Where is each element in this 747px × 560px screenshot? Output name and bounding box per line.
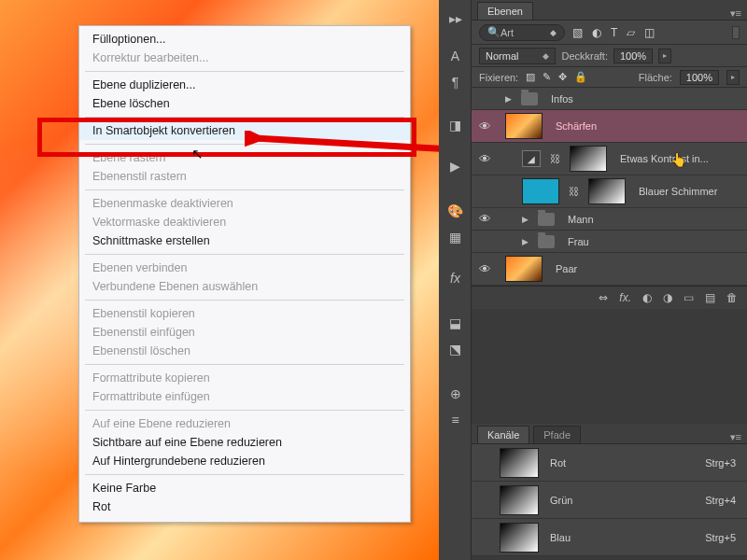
info-panel-icon[interactable]: ⊕ [439,381,472,407]
lock-all-icon[interactable]: 🔒 [574,71,587,83]
menu-separator [85,71,404,72]
layer-name[interactable]: Etwas Kontrast in... [620,153,709,164]
menu-item[interactable]: Sichtbare auf eine Ebene reduzieren [79,433,410,452]
filter-type-icon[interactable]: T [611,26,617,39]
channel-row[interactable]: BlauStrg+5 [472,519,747,556]
folder-icon [538,235,555,248]
panel-menu-icon[interactable]: ▾≡ [730,7,741,20]
layer-name[interactable]: Mann [568,214,594,225]
opacity-flyout-icon[interactable]: ▸ [658,49,671,63]
link-layers-icon[interactable]: ⇔ [599,291,608,304]
layer-thumbnail[interactable] [522,178,559,204]
swatches-panel-icon[interactable]: ▦ [439,224,472,250]
channel-thumbnail [500,485,539,515]
menu-item[interactable]: Fülloptionen... [79,30,410,49]
menu-item[interactable]: In Smartobjekt konvertieren [79,121,410,140]
properties-panel-icon[interactable]: ⬔ [439,336,472,362]
layers-list: ▶Infos👁Schärfen👁◢⛓Etwas Kontrast in...⛓B… [472,88,747,286]
right-panel-area: ▸▸ A ¶ ◨ ▶ 🎨 ▦ fx ⬓ ⬔ ⊕ ≡ Ebenen ▾≡ 🔍 Ar… [439,0,747,560]
layer-row[interactable]: 👁Paar [472,253,747,286]
menu-item[interactable]: Auf Hintergrundebene reduzieren [79,452,410,470]
tab-paths[interactable]: Pfade [533,426,581,443]
layer-thumbnail[interactable] [505,113,543,139]
menu-item: Ebenenstil rastern [79,167,410,186]
channels-list: RotStrg+3GrünStrg+4BlauStrg+5 [472,444,747,556]
filter-adjust-icon[interactable]: ◐ [592,26,601,39]
fill-value[interactable]: 100% [680,70,719,85]
folder-icon [538,213,555,226]
blend-mode-dropdown[interactable]: Normal◆ [479,48,556,64]
mask-link-icon[interactable]: ⛓ [550,153,560,164]
filter-pixel-icon[interactable]: ▧ [572,26,583,39]
mask-link-icon[interactable]: ⛓ [569,186,579,197]
layer-name[interactable]: Infos [551,93,573,105]
layer-content: Schärfen [498,113,597,139]
menu-separator [85,300,404,301]
history-panel-icon[interactable]: ▶ [439,153,472,179]
visibility-toggle-icon[interactable]: 👁 [472,262,498,276]
channel-row[interactable]: GrünStrg+4 [472,482,747,519]
menu-item: Korrektur bearbeiten... [79,49,410,67]
adjustments-panel-icon[interactable]: ⬓ [439,310,472,336]
opacity-value[interactable]: 100% [613,49,653,63]
channel-row[interactable]: RotStrg+3 [472,444,747,482]
layer-row[interactable]: ⛓Blauer Schimmer [472,175,747,208]
disclosure-triangle-icon[interactable]: ▶ [522,237,529,246]
layer-filter-dropdown[interactable]: 🔍 Art ◆ [479,24,565,41]
add-mask-icon[interactable]: ◐ [642,291,652,304]
layer-fx-icon[interactable]: fx. [619,291,631,304]
lock-transparency-icon[interactable]: ▨ [526,71,535,83]
channels-panel-menu-icon[interactable]: ▾≡ [730,431,741,443]
layer-mask-thumbnail[interactable] [570,146,607,172]
fill-flyout-icon[interactable]: ▸ [726,70,740,85]
layer-mask-thumbnail[interactable] [588,178,626,204]
tab-channels[interactable]: Kanäle [477,426,529,443]
opacity-label: Deckkraft: [561,50,608,62]
lock-image-icon[interactable]: ✎ [543,71,551,83]
filter-toggle[interactable] [732,26,740,39]
layer-thumbnail[interactable] [505,256,543,282]
new-group-icon[interactable]: ▭ [684,291,694,304]
navigator-panel-icon[interactable]: ◨ [439,112,472,138]
filter-shape-icon[interactable]: ▱ [627,26,635,39]
actions-panel-icon[interactable]: ≡ [439,407,472,433]
lock-position-icon[interactable]: ✥ [558,71,567,83]
styles-panel-icon[interactable]: fx [439,265,472,291]
layer-name[interactable]: Paar [556,263,577,274]
layer-row[interactable]: ▶Infos [472,88,747,110]
layer-name[interactable]: Frau [568,236,589,247]
visibility-toggle-icon[interactable]: 👁 [472,152,498,166]
menu-item[interactable]: Rot [79,497,410,516]
layer-row[interactable]: ▶Frau [472,231,747,253]
color-panel-icon[interactable]: 🎨 [439,198,472,224]
menu-item[interactable]: Schnittmaske erstellen [79,231,410,250]
menu-item[interactable]: Ebene löschen [79,94,410,113]
blend-opacity-row: Normal◆ Deckkraft: 100% ▸ [472,45,747,67]
menu-item[interactable]: Keine Farbe [79,479,410,497]
layer-name[interactable]: Schärfen [556,120,597,132]
layer-content: ⛓Blauer Schimmer [498,178,717,204]
panel-group-icon[interactable]: ▸▸ [439,6,472,32]
layer-content: ▶Mann [498,213,594,226]
disclosure-triangle-icon[interactable]: ▶ [522,215,529,224]
layer-row[interactable]: 👁Schärfen [472,110,747,143]
menu-item[interactable]: Ebene duplizieren... [79,76,410,94]
layer-context-menu: Fülloptionen...Korrektur bearbeiten...Eb… [78,25,411,523]
filter-smart-icon[interactable]: ◫ [644,26,655,39]
character-panel-icon[interactable]: A [439,43,472,69]
layers-panel-tabbar: Ebenen ▾≡ [472,0,747,21]
paragraph-panel-icon[interactable]: ¶ [439,69,472,95]
layer-row[interactable]: 👁▶Mann [472,208,747,231]
new-fill-adjust-icon[interactable]: ◑ [663,291,672,304]
layer-filter-label: Art [500,27,514,38]
visibility-toggle-icon[interactable]: 👁 [472,119,498,133]
layer-name[interactable]: Blauer Schimmer [639,186,717,197]
new-layer-icon[interactable]: ▤ [705,291,715,304]
channel-shortcut: Strg+5 [705,532,736,543]
disclosure-triangle-icon[interactable]: ▶ [505,94,512,104]
tab-layers[interactable]: Ebenen [477,2,533,20]
menu-separator [85,189,404,190]
delete-layer-icon[interactable]: 🗑 [726,291,738,304]
layer-row[interactable]: 👁◢⛓Etwas Kontrast in... [472,143,747,175]
visibility-toggle-icon[interactable]: 👁 [472,212,498,226]
